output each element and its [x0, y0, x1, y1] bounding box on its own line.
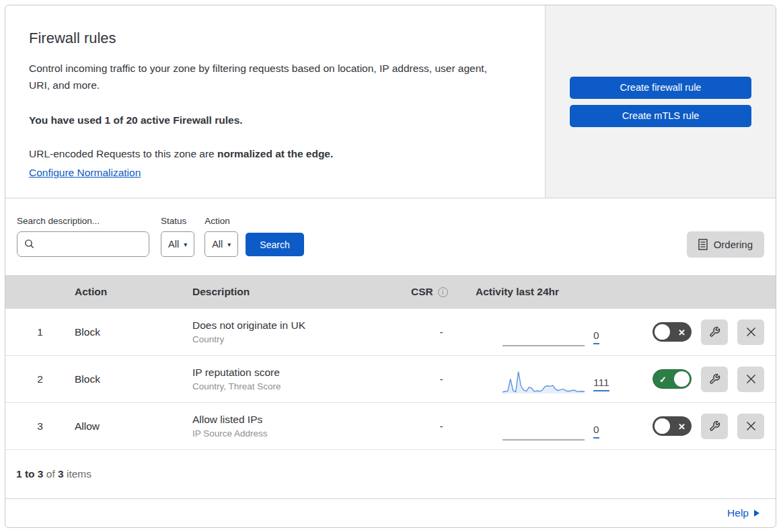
page-description: Control incoming traffic to your zone by…: [29, 61, 507, 94]
normalization-text: URL-encoded Requests to this zone are: [29, 148, 217, 159]
rule-controls: ✓: [630, 367, 776, 392]
action-value: All: [212, 239, 223, 250]
col-csr-header: CSR i: [411, 286, 472, 298]
rule-csr: -: [411, 373, 472, 385]
create-mtls-rule-button[interactable]: Create mTLS rule: [570, 105, 751, 127]
status-label: Status: [161, 216, 194, 226]
close-icon: [746, 327, 756, 337]
search-button[interactable]: Search: [246, 233, 303, 256]
rule-fields: Country, Threat Score: [192, 381, 411, 391]
action-dropdown[interactable]: All ▾: [204, 231, 238, 257]
activity-sparkline: [503, 321, 585, 347]
rule-description: Does not originate in UK: [192, 319, 411, 332]
search-group: Search description...: [17, 216, 149, 257]
help-bar: Help: [5, 499, 776, 527]
action-label: Action: [204, 216, 238, 226]
info-icon[interactable]: i: [438, 287, 448, 297]
items-total: 3: [58, 468, 64, 480]
rule-action: Allow: [75, 420, 192, 432]
ordering-label: Ordering: [714, 239, 753, 250]
close-icon: [746, 374, 756, 384]
items-range: 1 to 3: [16, 468, 43, 480]
rule-enable-toggle[interactable]: ✕: [653, 322, 692, 342]
rule-fields: IP Source Address: [192, 428, 411, 439]
chevron-down-icon: ▾: [227, 241, 231, 248]
status-group: Status All ▾: [161, 216, 194, 257]
ordering-button[interactable]: Ordering: [687, 231, 764, 258]
of-text: of: [46, 468, 55, 480]
table-row: 3 Allow Allow listed IPs IP Source Addre…: [5, 403, 776, 450]
delete-rule-button[interactable]: [737, 367, 764, 392]
wrench-icon: [709, 373, 720, 385]
rule-action: Block: [75, 373, 192, 385]
edit-rule-button[interactable]: [701, 367, 728, 392]
status-value: All: [168, 239, 179, 250]
search-label: Search description...: [17, 216, 149, 226]
activity-count-link[interactable]: 0: [593, 330, 599, 344]
activity-sparkline: [503, 369, 585, 394]
rule-description-cell: IP reputation score Country, Threat Scor…: [192, 367, 411, 391]
rule-action: Block: [75, 326, 192, 338]
status-dropdown[interactable]: All ▾: [161, 231, 194, 257]
ordering-list-icon: [698, 239, 708, 250]
toggle-knob: [655, 324, 670, 340]
toggle-knob: [674, 371, 690, 387]
items-text: items: [67, 468, 91, 480]
rule-activity-cell: 0: [472, 317, 630, 347]
col-activity-header: Activity last 24hr: [472, 286, 630, 298]
rule-controls: ✕: [630, 414, 776, 439]
rule-description-cell: Does not originate in UK Country: [192, 319, 411, 344]
configure-normalization-link[interactable]: Configure Normalization: [29, 167, 141, 178]
action-group: Action All ▾: [204, 216, 238, 257]
normalization-bold: normalized at the edge.: [217, 148, 333, 159]
actions-panel: Create firewall rule Create mTLS rule: [545, 5, 776, 198]
arrow-right-icon: [754, 510, 759, 517]
col-action-header: Action: [75, 286, 192, 298]
rule-priority: 3: [5, 420, 75, 432]
rule-csr: -: [411, 420, 472, 432]
delete-rule-button[interactable]: [737, 319, 764, 345]
normalization-note: URL-encoded Requests to this zone are no…: [29, 148, 518, 160]
edit-rule-button[interactable]: [701, 319, 728, 345]
help-label: Help: [727, 507, 749, 519]
toggle-off-x-icon: ✕: [678, 422, 685, 430]
rule-enable-toggle[interactable]: ✓: [653, 369, 692, 389]
rule-description-cell: Allow listed IPs IP Source Address: [192, 414, 411, 439]
table-row: 2 Block IP reputation score Country, Thr…: [5, 356, 776, 403]
pagination-summary: 1 to 3 of 3 items: [5, 450, 776, 499]
search-input[interactable]: [39, 238, 149, 250]
rule-csr: -: [411, 326, 472, 338]
activity-count-link[interactable]: 0: [593, 424, 599, 439]
toggle-on-check-icon: ✓: [659, 375, 667, 383]
help-link[interactable]: Help: [727, 507, 759, 519]
usage-summary: You have used 1 of 20 active Firewall ru…: [29, 114, 518, 126]
delete-rule-button[interactable]: [737, 414, 764, 439]
close-icon: [746, 421, 756, 431]
edit-rule-button[interactable]: [701, 414, 728, 439]
wrench-icon: [709, 420, 720, 432]
wrench-icon: [709, 326, 720, 338]
chevron-down-icon: ▾: [184, 241, 187, 248]
rule-activity-cell: 0: [472, 412, 630, 441]
csr-header-label: CSR: [411, 286, 433, 298]
activity-count-link[interactable]: 111: [593, 377, 609, 391]
col-description-header: Description: [192, 286, 411, 298]
page-title: Firewall rules: [29, 30, 518, 47]
search-input-box[interactable]: [17, 231, 149, 257]
header-info: Firewall rules Control incoming traffic …: [5, 5, 545, 198]
table-header-row: Action Description CSR i Activity last 2…: [5, 275, 776, 309]
rule-controls: ✕: [630, 319, 776, 345]
rule-fields: Country: [192, 334, 411, 344]
search-icon: [24, 239, 35, 250]
activity-sparkline: [503, 416, 585, 441]
toggle-knob: [655, 418, 670, 434]
rule-enable-toggle[interactable]: ✕: [653, 416, 692, 436]
rule-description: IP reputation score: [192, 367, 411, 379]
table-row: 1 Block Does not originate in UK Country…: [5, 309, 776, 356]
create-firewall-rule-button[interactable]: Create firewall rule: [570, 77, 751, 99]
rule-activity-cell: 111: [472, 365, 630, 394]
rules-table: Action Description CSR i Activity last 2…: [5, 275, 776, 450]
rule-priority: 2: [5, 373, 75, 385]
rule-priority: 1: [5, 326, 75, 338]
filter-bar: Search description... Status All ▾ Actio…: [5, 198, 776, 275]
